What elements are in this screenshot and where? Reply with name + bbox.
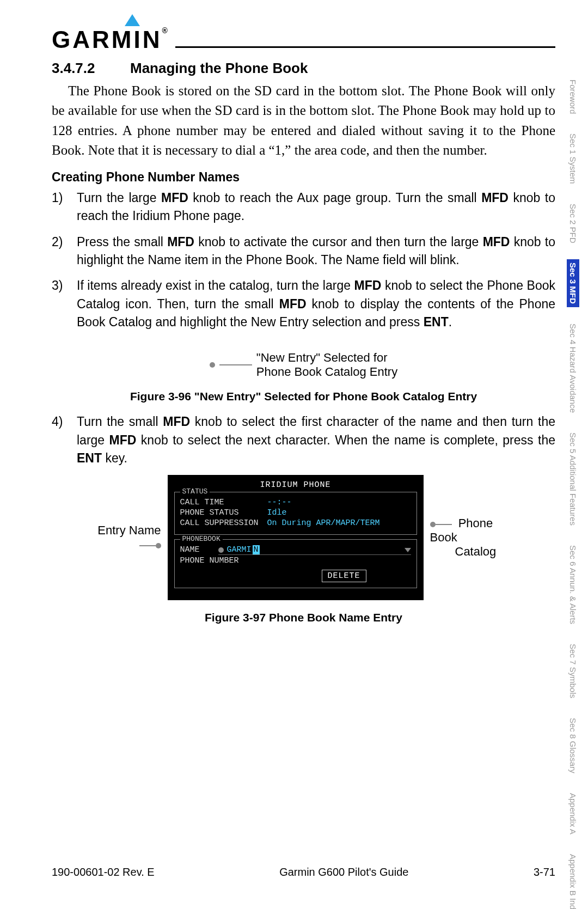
section-number: 3.4.7.2 [52, 60, 128, 77]
step-4: 4)Turn the small MFD knob to select the … [52, 413, 555, 467]
figure-97-wrap: Entry Name IRIDIUM PHONE STATUS CALL TIM… [52, 475, 555, 600]
page-footer: 190-00601-02 Rev. E Garmin G600 Pilot's … [52, 866, 555, 879]
steps-list-2: 4)Turn the small MFD knob to select the … [52, 413, 555, 467]
status-box: STATUS CALL TIME--:-- PHONE STATUSIdle C… [174, 492, 417, 535]
callout-entry-name: Entry Name [85, 523, 161, 552]
step-1: 1)Turn the large MFD knob to reach the A… [52, 189, 555, 225]
callout-line-icon [219, 364, 252, 365]
cursor-char: N [253, 545, 260, 554]
brand-text: GARMIN [52, 26, 162, 53]
phone-status-key: PHONE STATUS [180, 508, 267, 517]
side-tabs: Foreword Sec 1 System Sec 2 PFD Sec 3 MF… [567, 76, 579, 909]
callout-dot-icon [156, 543, 161, 548]
status-label: STATUS [180, 487, 210, 496]
tab-sec5-features[interactable]: Sec 5 Additional Features [567, 429, 579, 529]
footer-doc-rev: 190-00601-02 Rev. E [52, 866, 155, 879]
device-title: IRIDIUM PHONE [174, 480, 417, 490]
callout-line-icon [139, 545, 156, 546]
header-row: GARMIN® [52, 16, 555, 53]
registered-icon: ® [162, 26, 169, 35]
tab-sec8-glossary[interactable]: Sec 8 Glossary [567, 715, 579, 777]
call-suppression-key: CALL SUPPRESSION [180, 518, 267, 528]
tab-sec6-annun[interactable]: Sec 6 Annun. & Alerts [567, 542, 579, 627]
entry-dot-icon [218, 547, 224, 553]
step-3: 3)If items already exist in the catalog,… [52, 277, 555, 331]
figure-96-caption: Figure 3-96 "New Entry" Selected for Pho… [52, 390, 555, 403]
header-rule [175, 46, 555, 48]
phonebook-label: PHONEBOOK [180, 535, 223, 543]
call-time-value: --:-- [267, 498, 292, 507]
callout-dot-icon [430, 522, 436, 527]
phone-status-value: Idle [267, 508, 287, 517]
name-key: NAME [180, 545, 218, 555]
callout-line1: "New Entry" Selected for [256, 351, 397, 365]
tab-sec3-mfd[interactable]: Sec 3 MFD [567, 259, 579, 307]
call-time-key: CALL TIME [180, 498, 267, 507]
tab-sec2-pfd[interactable]: Sec 2 PFD [567, 200, 579, 247]
steps-list: 1)Turn the large MFD knob to reach the A… [52, 189, 555, 331]
section-heading: 3.4.7.2 Managing the Phone Book [52, 60, 555, 77]
section-title: Managing the Phone Book [130, 60, 308, 76]
tab-sec4-hazard[interactable]: Sec 4 Hazard Avoidance [567, 320, 579, 416]
intro-paragraph: The Phone Book is stored on the SD card … [52, 81, 555, 160]
name-value: GARMIN [218, 545, 411, 555]
tab-appendix-a[interactable]: Appendix A [567, 790, 579, 838]
callout-phone-book-catalog: Phone Book Catalog [430, 516, 523, 559]
tab-appendix-b[interactable]: Appendix B Index [567, 851, 579, 909]
callout-line2: Phone Book Catalog Entry [256, 365, 397, 379]
footer-page: 3-71 [534, 866, 555, 879]
callout-dot-icon [210, 362, 215, 368]
logo-triangle-icon [125, 14, 140, 26]
phonebook-box: PHONEBOOK NAME GARMIN PHONE NUMBER DELET… [174, 539, 417, 588]
garmin-logo: GARMIN® [52, 16, 170, 53]
step-2: 2)Press the small MFD knob to activate t… [52, 233, 555, 270]
tab-sec1-system[interactable]: Sec 1 System [567, 130, 579, 187]
callout-new-entry: "New Entry" Selected for Phone Book Cata… [52, 351, 555, 379]
tab-foreword[interactable]: Foreword [567, 76, 579, 117]
figure-97-caption: Figure 3-97 Phone Book Name Entry [52, 611, 555, 624]
delete-button: DELETE [322, 570, 366, 582]
call-suppression-value: On During APR/MAPR/TERM [267, 518, 380, 528]
tab-sec7-symbols[interactable]: Sec 7 Symbols [567, 640, 579, 701]
subheading: Creating Phone Number Names [52, 170, 555, 185]
footer-title: Garmin G600 Pilot's Guide [279, 866, 408, 879]
callout-line-icon [436, 524, 452, 525]
chevron-down-icon [405, 548, 411, 552]
phone-number-key: PHONE NUMBER [180, 556, 267, 565]
iridium-phone-screen: IRIDIUM PHONE STATUS CALL TIME--:-- PHON… [168, 475, 424, 600]
